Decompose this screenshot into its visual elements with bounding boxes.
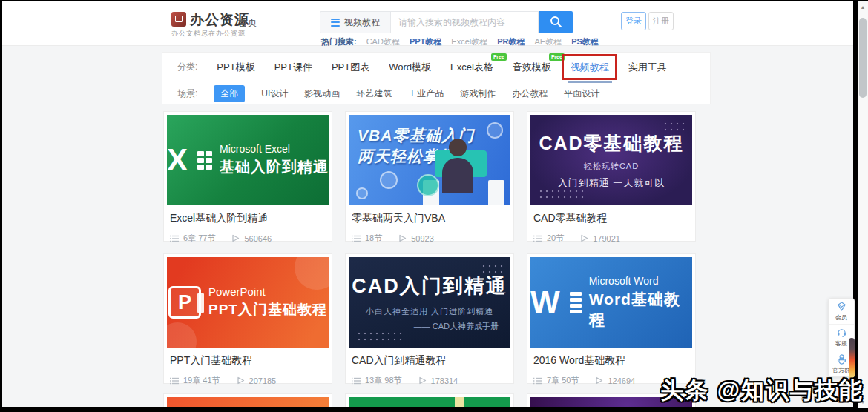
scene-tab-industrial[interactable]: 工业产品: [408, 87, 444, 100]
thumb-subline: —— 轻松玩转CAD ——: [563, 161, 660, 172]
thumb-subline: 小白大神全适用 入门进阶到精通: [366, 306, 493, 317]
course-card-ppt[interactable]: P PowerPoint PPT入门基础教程 PPT入门基础教程 19章 41节…: [163, 253, 332, 384]
login-button[interactable]: 登录: [621, 12, 646, 30]
person-graphic: [442, 158, 473, 193]
course-views: 179021: [593, 234, 620, 243]
course-thumbnail: CAD入门到精通 小白大神全适用 入门进阶到精通 —— CAD大神养成手册: [349, 257, 510, 348]
category-tab-tools[interactable]: 实用工具: [628, 61, 667, 74]
thumb-subline: 入门到精通 一天就可以: [558, 176, 665, 190]
spreadsheet-grid-icon: [197, 151, 212, 170]
vip-gem-icon: [836, 301, 847, 312]
category-tab-ppt-template[interactable]: PPT模板: [217, 61, 254, 74]
course-meta: 20节: [547, 233, 564, 244]
vertical-scrollbar[interactable]: ▲ ▼: [858, 1, 868, 408]
word-logo-icon: W: [530, 287, 560, 318]
site-logo-icon: [171, 12, 186, 27]
search-input[interactable]: [390, 11, 539, 33]
course-meta: 13章 98节: [365, 375, 402, 386]
course-row-partial: [163, 393, 696, 407]
category-tab-ppt-chart[interactable]: PPT图表: [332, 61, 369, 74]
course-thumbnail: [167, 397, 329, 407]
member-button[interactable]: 会员: [829, 299, 854, 325]
dots-decor: [481, 263, 503, 274]
category-tab-sound-template[interactable]: 音效模板 Free: [513, 61, 551, 74]
category-tab-video-tutorial[interactable]: 视频教程: [571, 61, 609, 74]
course-thumbnail: CAD零基础教程 —— 轻松玩转CAD —— 入门到精通 一天就可以: [530, 115, 692, 205]
course-title: CAD零基础教程: [533, 212, 689, 225]
category-tab-ppt-courseware[interactable]: PPT课件: [274, 61, 312, 74]
course-card-excel[interactable]: X Microsoft Excel 基础入阶到精通 Excel基础入阶到精通 6…: [163, 111, 332, 242]
course-card-partial[interactable]: [345, 393, 514, 407]
search-icon: [549, 15, 562, 30]
scene-tab-office[interactable]: 办公教程: [512, 87, 548, 100]
search-button[interactable]: [539, 11, 573, 33]
search-category-label: 视频教程: [344, 16, 380, 29]
scroll-up-arrow[interactable]: ▲: [858, 4, 868, 10]
main-content: 分类: PPT模板 PPT课件 PPT图表 Word模板 Excel表格 Fre…: [2, 46, 853, 407]
scene-tab-game[interactable]: 游戏制作: [460, 87, 496, 100]
decor-circle: [380, 171, 398, 189]
dots-decor: [356, 330, 404, 342]
course-views: 178314: [431, 376, 458, 385]
chapters-icon: [533, 235, 542, 242]
decor-circle: [487, 122, 503, 139]
screenshot-frame: 办公资源 办公文档尽在办公资源 首页 视频教程 热门搜索: CAD教程 PPT教…: [0, 0, 868, 412]
decor-circle: [417, 174, 439, 196]
course-card-partial[interactable]: [163, 393, 332, 407]
menu-icon: [331, 19, 340, 27]
filter-panel: 分类: PPT模板 PPT课件 PPT图表 Word模板 Excel表格 Fre…: [162, 52, 711, 104]
search-bar: 视频教程: [320, 11, 573, 33]
category-tab-label: 视频教程: [571, 62, 609, 73]
course-views: 124694: [608, 376, 635, 385]
nav-home-link[interactable]: 首页: [238, 16, 257, 30]
category-tab-excel-template[interactable]: Excel表格 Free: [450, 61, 493, 74]
course-title: PPT入门基础教程: [170, 354, 326, 368]
course-meta: 6章 77节: [183, 233, 215, 244]
course-card-cad-zero[interactable]: CAD零基础教程 —— 轻松玩转CAD —— 入门到精通 一天就可以 CAD零基…: [527, 111, 696, 242]
register-button[interactable]: 注册: [648, 12, 674, 30]
chapters-icon: [170, 377, 179, 385]
course-title: 零基础两天入门VBA: [352, 212, 507, 225]
course-card-vba[interactable]: VBA零基础入门 两天轻松掌握 零基础两天入门VBA 18节 5: [345, 111, 514, 242]
dots-decor: [662, 121, 685, 132]
course-thumbnail: P PowerPoint PPT入门基础教程: [167, 257, 329, 348]
course-card-word[interactable]: W Microsoft Word Word基础教程 2016 Word基础教程 …: [527, 253, 696, 384]
scrollbar-thumb[interactable]: [859, 18, 867, 98]
scene-tab-graphic[interactable]: 平面设计: [564, 87, 599, 100]
course-row: X Microsoft Excel 基础入阶到精通 Excel基础入阶到精通 6…: [163, 111, 696, 242]
thumb-brand: Microsoft Word: [589, 275, 692, 287]
category-tab-word-template[interactable]: Word模板: [389, 61, 431, 74]
thumb-heading: CAD零基础教程: [539, 131, 683, 156]
course-title: CAD入门到精通教程: [352, 354, 507, 368]
free-badge: Free: [491, 53, 507, 61]
logo-letter: P: [178, 291, 191, 314]
course-stats: 18节 50923: [352, 233, 507, 244]
thumb-heading: Word基础教程: [589, 289, 692, 330]
course-title: 2016 Word基础教程: [533, 354, 689, 368]
category-tab-label: Excel表格: [450, 62, 493, 73]
scene-tab-film[interactable]: 影视动画: [304, 87, 340, 100]
headset-icon: [836, 327, 847, 338]
course-card-cad-master[interactable]: CAD入门到精通 小白大神全适用 入门进阶到精通 —— CAD大神养成手册 CA…: [345, 253, 514, 384]
course-thumbnail: X Microsoft Excel 基础入阶到精通: [167, 115, 329, 205]
scene-tab-all[interactable]: 全部: [214, 85, 245, 102]
course-stats: 20节 179021: [533, 233, 689, 244]
course-views: 560646: [244, 234, 272, 243]
person-graphic: [449, 139, 467, 156]
course-stats: 6章 77节 560646: [170, 233, 326, 244]
thumb-heading: PPT入门基础教程: [208, 300, 327, 319]
course-thumbnail: W Microsoft Word Word基础教程: [530, 257, 692, 348]
course-meta: 7章 50节: [547, 375, 579, 386]
play-icon: [580, 234, 588, 242]
search-category-dropdown[interactable]: 视频教程: [320, 11, 390, 33]
member-label: 会员: [835, 313, 847, 322]
play-icon: [398, 234, 407, 242]
category-filter-row: 分类: PPT模板 PPT课件 PPT图表 Word模板 Excel表格 Fre…: [162, 53, 710, 82]
scene-filter-row: 场景: 全部 UI设计 影视动画 环艺建筑 工业产品 游戏制作 办公教程 平面设…: [162, 82, 710, 104]
chapters-icon: [533, 377, 542, 385]
scene-tab-ui[interactable]: UI设计: [261, 87, 288, 100]
course-row: P PowerPoint PPT入门基础教程 PPT入门基础教程 19章 41节…: [163, 253, 696, 384]
scene-tab-architecture[interactable]: 环艺建筑: [356, 87, 392, 100]
play-icon: [418, 376, 427, 385]
course-meta: 19章 41节: [183, 375, 220, 386]
